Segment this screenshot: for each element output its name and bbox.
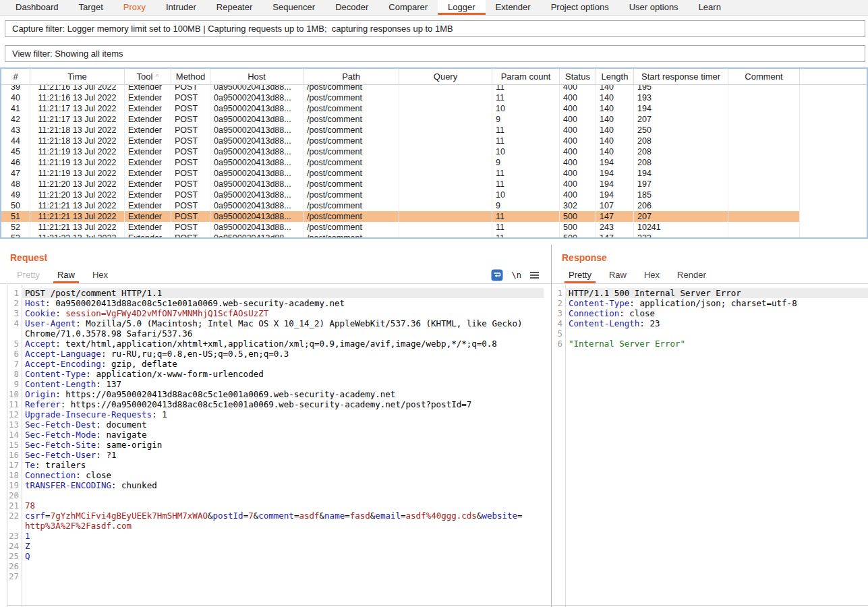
line-content: Upgrade-Insecure-Requests: 1 — [22, 409, 544, 420]
tab-sequencer[interactable]: Sequencer — [262, 0, 325, 15]
cell-param_count: 11 — [492, 92, 560, 103]
response-tab-hex[interactable]: Hex — [635, 267, 668, 283]
column-header-start-response-timer[interactable]: Start response timer — [634, 69, 728, 84]
cell-param_count: 11 — [492, 168, 560, 179]
tab-decoder[interactable]: Decoder — [325, 0, 378, 15]
log-row-50[interactable]: 5011:21:21 13 Jul 2022ExtenderPOST0a9500… — [1, 200, 867, 211]
column-header-host[interactable]: Host — [210, 69, 303, 84]
capture-filter-bar[interactable]: Capture filter: Logger memory limit set … — [5, 20, 865, 37]
editor-line: 7Accept-Encoding: gzip, deflate — [7, 359, 544, 369]
cell-comment — [728, 211, 800, 222]
cell-filler — [800, 146, 867, 157]
log-row-45[interactable]: 4511:21:19 13 Jul 2022ExtenderPOST0a9500… — [1, 146, 867, 157]
cell-comment — [728, 157, 800, 168]
cell-method: POST — [171, 211, 210, 222]
cell-path: /post/comment — [303, 114, 399, 125]
log-row-40[interactable]: 4011:21:16 13 Jul 2022ExtenderPOST0a9500… — [1, 92, 867, 103]
cell-path: /post/comment — [303, 125, 399, 136]
line-content: Content-Type: application/json; charset=… — [565, 298, 868, 308]
tab-proxy[interactable]: Proxy — [113, 0, 156, 15]
line-number: 15 — [7, 440, 22, 450]
tab-comparer[interactable]: Comparer — [378, 0, 438, 15]
request-tab-hex[interactable]: Hex — [84, 267, 117, 283]
line-content: csrf=7gYzhMCiFvi4gBEyUEEk7HmSHM7xWAO&pos… — [22, 511, 544, 521]
column-header-tool[interactable]: Tool^ — [125, 69, 171, 84]
line-number: 12 — [7, 409, 22, 420]
tab-user-options[interactable]: User options — [619, 0, 689, 15]
tab-learn[interactable]: Learn — [689, 0, 731, 15]
log-row-52[interactable]: 5211:21:21 13 Jul 2022ExtenderPOST0a9500… — [1, 222, 867, 233]
line-content: Q — [22, 551, 544, 561]
column-header-[interactable]: # — [1, 69, 30, 84]
cell-query — [399, 222, 492, 233]
log-row-49[interactable]: 4911:21:20 13 Jul 2022ExtenderPOST0a9500… — [1, 190, 867, 200]
tab-dashboard[interactable]: Dashboard — [5, 0, 69, 15]
tab-repeater[interactable]: Repeater — [206, 0, 262, 15]
cell-path: /post/comment — [303, 222, 399, 233]
cell-filler — [800, 211, 867, 222]
cell-time: 11:21:19 13 Jul 2022 — [30, 157, 125, 168]
tab-intruder[interactable]: Intruder — [156, 0, 206, 15]
log-row-39[interactable]: 3911:21:16 13 Jul 2022ExtenderPOST0a9500… — [1, 85, 867, 92]
log-row-43[interactable]: 4311:21:18 13 Jul 2022ExtenderPOST0a9500… — [1, 125, 867, 136]
response-tab-raw[interactable]: Raw — [600, 267, 635, 283]
line-content — [22, 490, 544, 500]
cell-comment — [728, 222, 800, 233]
editor-line: 27 — [7, 571, 544, 581]
column-header-comment[interactable]: Comment — [728, 69, 800, 84]
cell-start_response_timer: 194 — [634, 103, 728, 114]
line-content: HTTP/1.1 500 Internal Server Error — [565, 288, 868, 298]
cell-length: 194 — [596, 179, 634, 190]
line-content: 1 — [22, 531, 544, 541]
column-header-method[interactable]: Method — [171, 69, 210, 84]
view-filter-bar[interactable]: View filter: Showing all items — [5, 45, 865, 62]
cell-time: 11:21:19 13 Jul 2022 — [30, 168, 125, 179]
column-header-status[interactable]: Status — [560, 69, 596, 84]
cell-time: 11:21:20 13 Jul 2022 — [30, 190, 125, 200]
line-number: 5 — [7, 339, 22, 349]
response-tab-pretty[interactable]: Pretty — [560, 267, 600, 283]
log-row-48[interactable]: 4811:21:20 13 Jul 2022ExtenderPOST0a9500… — [1, 179, 867, 190]
editor-line: 4User-Agent: Mozilla/5.0 (Macintosh; Int… — [7, 318, 544, 328]
cell-tool: Extender — [125, 179, 171, 190]
tab-extender[interactable]: Extender — [486, 0, 541, 15]
line-content: Referer: https://0a9500020413d88ac08c5c1… — [22, 399, 544, 409]
log-row-53[interactable]: 5311:21:22 13 Jul 2022ExtenderPOST0a9500… — [1, 233, 867, 237]
request-editor[interactable]: 1POST /post/comment HTTP/1.12Host: 0a950… — [7, 285, 544, 607]
log-row-51[interactable]: 5111:21:21 13 Jul 2022ExtenderPOST0a9500… — [1, 211, 867, 222]
newline-toggle-icon[interactable]: \n — [512, 270, 521, 280]
log-table-header: #TimeTool^MethodHostPathQueryParam count… — [1, 69, 867, 85]
log-row-44[interactable]: 4411:21:18 13 Jul 2022ExtenderPOST0a9500… — [1, 136, 867, 146]
wrap-toggle-icon[interactable] — [491, 269, 503, 281]
cell-length: 194 — [596, 168, 634, 179]
column-header-time[interactable]: Time — [30, 69, 125, 84]
line-content: Sec-Fetch-Dest: document — [22, 420, 544, 430]
cell-status: 400 — [560, 136, 596, 146]
column-header-path[interactable]: Path — [303, 69, 399, 84]
cell-comment — [728, 233, 800, 237]
tab-project-options[interactable]: Project options — [541, 0, 619, 15]
response-tab-render[interactable]: Render — [668, 267, 715, 283]
request-tab-raw[interactable]: Raw — [49, 267, 84, 283]
response-pane-title: Response — [562, 252, 607, 263]
column-header-param-count[interactable]: Param count — [492, 69, 560, 84]
line-number: 1 — [7, 288, 22, 298]
editor-menu-icon[interactable] — [530, 272, 539, 279]
log-row-47[interactable]: 4711:21:19 13 Jul 2022ExtenderPOST0a9500… — [1, 168, 867, 179]
column-header-filler — [800, 69, 867, 84]
tab-logger[interactable]: Logger — [438, 0, 485, 15]
request-tab-pretty[interactable]: Pretty — [8, 267, 49, 283]
response-subtabs: PrettyRawHexRender — [552, 267, 868, 284]
response-editor[interactable]: 1HTTP/1.1 500 Internal Server Error2Cont… — [552, 285, 868, 607]
tab-target[interactable]: Target — [69, 0, 113, 15]
log-row-41[interactable]: 4111:21:17 13 Jul 2022ExtenderPOST0a9500… — [1, 103, 867, 114]
cell-start_response_timer: 208 — [634, 136, 728, 146]
log-row-46[interactable]: 4611:21:19 13 Jul 2022ExtenderPOST0a9500… — [1, 157, 867, 168]
line-content: POST /post/comment HTTP/1.1 — [22, 288, 544, 298]
column-header-query[interactable]: Query — [399, 69, 492, 84]
cell-length: 140 — [596, 125, 634, 136]
cell-path: /post/comment — [303, 103, 399, 114]
column-header-length[interactable]: Length — [596, 69, 634, 84]
log-row-42[interactable]: 4211:21:17 13 Jul 2022ExtenderPOST0a9500… — [1, 114, 867, 125]
editor-line: 20 — [7, 490, 544, 500]
